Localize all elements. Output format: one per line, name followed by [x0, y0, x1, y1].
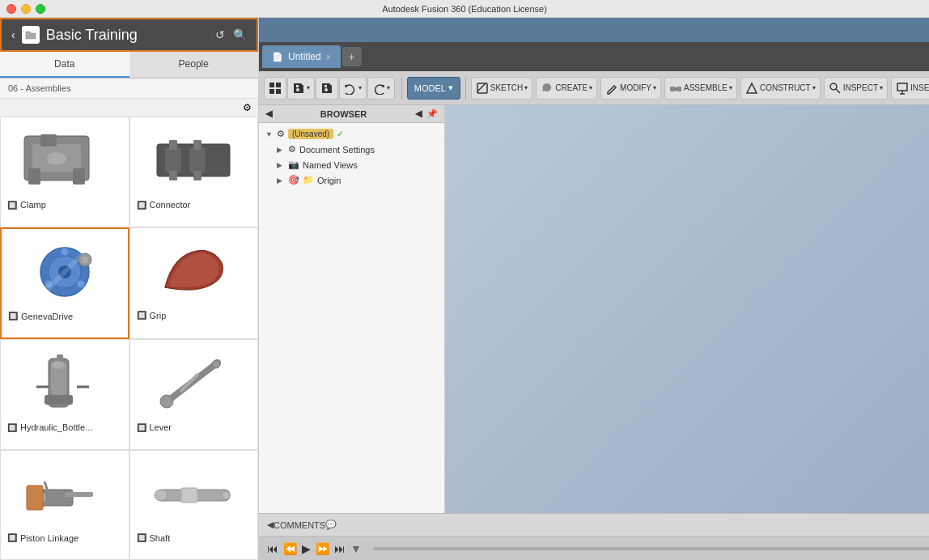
- modify-button[interactable]: MODIFY ▾: [600, 77, 661, 100]
- tab-bar: 📄 Untitled × +: [259, 42, 929, 71]
- assemble-group: ASSEMBLE ▾: [664, 77, 737, 100]
- panel-title: Basic Training: [46, 27, 138, 44]
- tree-check-icon: ✓: [337, 129, 344, 139]
- undo-button[interactable]: ▾: [339, 77, 367, 100]
- tree-expand-arrow[interactable]: ▼: [265, 130, 274, 138]
- refresh-icon[interactable]: ↺: [215, 28, 225, 41]
- settings-icon[interactable]: ⚙: [243, 102, 252, 113]
- tree-arrow-origin[interactable]: ▶: [277, 176, 285, 185]
- svg-line-53: [836, 89, 840, 93]
- svg-point-21: [82, 257, 88, 263]
- document-tab[interactable]: 📄 Untitled ×: [262, 45, 341, 68]
- play-button[interactable]: ▶: [302, 542, 311, 555]
- svg-rect-3: [28, 168, 40, 185]
- traffic-lights: [6, 4, 45, 14]
- insert-button[interactable]: INSERT ▾: [891, 77, 929, 100]
- modify-group: MODIFY ▾: [600, 77, 661, 100]
- browser-collapse-icon[interactable]: ◀: [265, 108, 272, 119]
- grid-view-button[interactable]: [264, 77, 286, 100]
- prev-button[interactable]: ⏪: [283, 542, 297, 555]
- comments-bar: ◀ COMMENTS 💬 ⟳▾ ✋ 🔍▾ ⊡▾ □▾ ⊞▾ ⊟▾: [259, 513, 929, 536]
- inspect-button[interactable]: INSPECT ▾: [824, 77, 888, 100]
- svg-line-48: [477, 83, 486, 91]
- svg-rect-42: [181, 488, 197, 503]
- svg-rect-46: [276, 89, 281, 94]
- insert-group: INSERT ▾: [891, 77, 929, 100]
- comments-label: COMMENTS: [274, 520, 325, 530]
- svg-point-31: [212, 360, 220, 368]
- browser-pin-icon[interactable]: 📌: [426, 108, 438, 119]
- timeline-marker: ▼: [350, 542, 362, 555]
- left-panel: ‹ Basic Training ↺ 🔍 Data People 06 - As…: [0, 18, 259, 560]
- minimize-button[interactable]: [21, 4, 31, 14]
- thumb-piston: [16, 457, 113, 530]
- svg-rect-34: [65, 492, 93, 497]
- thumb-connector: [145, 124, 242, 197]
- doc-tab-icon: 📄: [272, 52, 283, 62]
- tree-item-named-views[interactable]: ▶ 📷 Named Views: [259, 157, 444, 172]
- new-tab-button[interactable]: +: [342, 47, 362, 66]
- tree-item-doc-settings[interactable]: ▶ ⚙ Document Settings: [259, 142, 444, 157]
- start-button[interactable]: ⏮: [267, 542, 278, 555]
- tree-item-unsaved[interactable]: ▼ ⚙ (Unsaved) ✓: [259, 126, 444, 142]
- svg-rect-4: [73, 168, 85, 185]
- grid-item-hydraulic[interactable]: 🔲 Hydraulic_Bottle...: [0, 339, 129, 450]
- tree-item-origin[interactable]: ▶ 🎯 📁 Origin: [259, 172, 444, 188]
- breadcrumb-item[interactable]: 06 - Assemblies: [8, 83, 71, 93]
- grid-item-genevadrive[interactable]: 🔲 GenevaDrive: [0, 227, 129, 340]
- svg-marker-51: [747, 83, 757, 93]
- tree-settings-icon: ⚙: [277, 129, 285, 139]
- svg-rect-8: [189, 148, 206, 172]
- redo-button[interactable]: ▾: [367, 77, 395, 100]
- svg-point-5: [47, 152, 66, 165]
- comments-add-icon[interactable]: 💬: [325, 520, 337, 530]
- tab-data[interactable]: Data: [0, 52, 129, 78]
- thumb-hydraulic: [16, 346, 113, 419]
- save-button[interactable]: ▾: [287, 77, 315, 100]
- svg-point-41: [222, 491, 230, 499]
- search-icon[interactable]: 🔍: [233, 28, 247, 41]
- panel-tabs: Data People: [0, 52, 258, 78]
- tab-close-button[interactable]: ×: [326, 53, 331, 62]
- right-header: 🕐 Kevin Kennedy ▾ ?▾: [259, 18, 929, 42]
- svg-rect-11: [169, 171, 177, 180]
- svg-point-26: [52, 361, 65, 369]
- tree-folder-icon: 📁: [303, 175, 314, 185]
- thumb-lever: [145, 346, 242, 419]
- tree-unsaved-badge: (Unsaved): [288, 129, 333, 139]
- construct-button[interactable]: CONSTRUCT ▾: [740, 77, 821, 100]
- end-button[interactable]: ⏭: [334, 542, 346, 555]
- panel-settings-row: ⚙: [0, 99, 258, 117]
- grid-item-lever[interactable]: 🔲 Lever: [129, 339, 259, 450]
- model-button[interactable]: MODEL ▾: [407, 77, 460, 100]
- toolbar: ▾ ▾ ▾ MODEL ▾: [259, 71, 929, 105]
- sketch-button[interactable]: SKETCH ▾: [471, 77, 533, 100]
- svg-rect-10: [193, 140, 201, 150]
- viewport[interactable]: TOP FRONT RIGHT: [445, 105, 929, 513]
- grid-item-grip[interactable]: 🔲 Grip: [129, 227, 259, 340]
- toolbar-view-group: ▾ ▾ ▾: [264, 77, 395, 100]
- browser-tree: ▼ ⚙ (Unsaved) ✓ ▶ ⚙ Document Settings ▶: [259, 123, 444, 513]
- maximize-button[interactable]: [36, 4, 45, 14]
- assemble-button[interactable]: ASSEMBLE ▾: [664, 77, 737, 100]
- svg-rect-44: [276, 83, 281, 87]
- save-icon-button[interactable]: [316, 77, 338, 100]
- toolbar-sep-2: [465, 77, 466, 100]
- close-button[interactable]: [6, 4, 16, 14]
- thumb-clamp: [16, 124, 113, 197]
- grid-item-connector[interactable]: 🔲 Connector: [129, 117, 259, 227]
- grid-item-shaft[interactable]: 🔲 Shaft: [129, 450, 259, 561]
- comments-expand-icon[interactable]: ◀: [267, 520, 274, 530]
- panel-header: ‹ Basic Training ↺ 🔍: [0, 18, 258, 52]
- svg-rect-43: [269, 83, 274, 87]
- back-button[interactable]: ‹: [11, 28, 15, 41]
- browser-expand-icon[interactable]: ◀: [415, 108, 422, 119]
- grid-item-clamp[interactable]: 🔲 Clamp: [0, 117, 129, 227]
- tab-people[interactable]: People: [129, 52, 259, 78]
- tree-arrow-doc[interactable]: ▶: [277, 146, 285, 154]
- tree-arrow-views[interactable]: ▶: [277, 161, 285, 169]
- next-button[interactable]: ⏩: [316, 542, 329, 555]
- create-button[interactable]: CREATE ▾: [536, 77, 597, 100]
- svg-rect-47: [477, 83, 487, 93]
- grid-item-piston[interactable]: 🔲 Piston Linkage: [0, 450, 129, 561]
